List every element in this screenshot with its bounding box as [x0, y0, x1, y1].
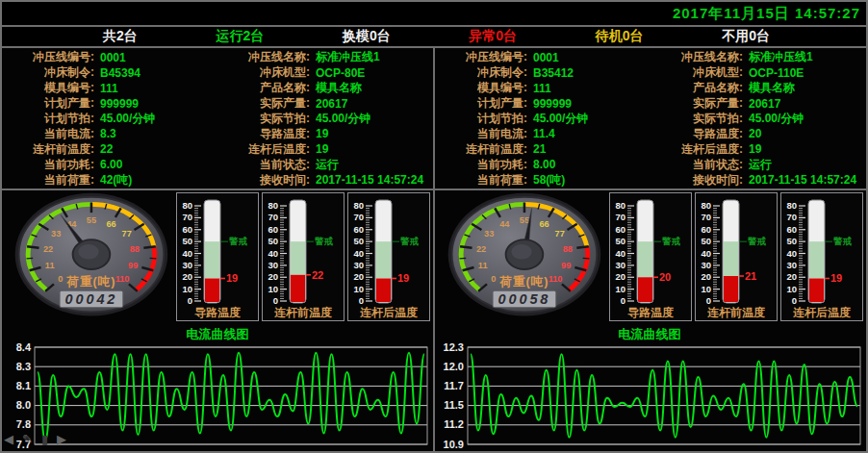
- svg-text:110: 110: [549, 274, 563, 284]
- info-label: 当前功耗:: [6, 157, 94, 173]
- svg-text:99: 99: [128, 261, 138, 270]
- thermo-label: 导路温度: [627, 306, 674, 319]
- svg-text:60: 60: [786, 224, 797, 235]
- info-value: 2017-11-15 14:57:24: [310, 173, 433, 187]
- svg-text:10: 10: [615, 284, 625, 294]
- status-tab-2[interactable]: 换模0台: [343, 28, 391, 45]
- status-tab-4[interactable]: 待机0台: [596, 28, 644, 45]
- press-line-2-gauges: 0112233445566778899110荷重(吨)0005801020304…: [433, 190, 864, 326]
- svg-text:50: 50: [182, 236, 192, 246]
- svg-text:0: 0: [188, 295, 192, 306]
- svg-text:22: 22: [476, 244, 486, 254]
- svg-text:50: 50: [353, 236, 364, 246]
- info-value: 20617: [743, 97, 864, 111]
- load-gauge: 0112233445566778899110荷重(吨)00042: [6, 190, 173, 326]
- pencil-icon[interactable]: ✎: [22, 433, 33, 445]
- info-label: 冲压线编号:: [6, 49, 94, 65]
- svg-text:20: 20: [182, 271, 192, 282]
- info-label: 实际节拍:: [204, 111, 310, 127]
- svg-text:40: 40: [182, 248, 192, 259]
- status-tab-1[interactable]: 运行2台: [216, 28, 264, 45]
- info-label: 模具编号:: [6, 80, 94, 96]
- svg-text:荷重(吨): 荷重(吨): [499, 275, 549, 289]
- info-label: 计划节拍:: [6, 111, 94, 127]
- press-line-1-chart: 电流曲线图 8.48.38.18.07.87.7: [2, 326, 433, 453]
- svg-text:55: 55: [87, 215, 96, 225]
- press-line-1-gauges: 0112233445566778899110荷重(吨)0004201020304…: [2, 190, 433, 326]
- press-line-2-info: 冲压线编号:0001冲压线名称:标准冲压线1冲床制令:B35412冲床机型:OC…: [433, 48, 864, 189]
- gauge-odometer: 00042: [65, 291, 118, 307]
- current-curve-chart-2: 12.312.011.711.511.210.9: [435, 342, 864, 453]
- gauges-section: 0112233445566778899110荷重(吨)0004201020304…: [2, 190, 866, 326]
- status-tab-5[interactable]: 不用0台: [722, 28, 770, 45]
- svg-text:8.1: 8.1: [16, 380, 31, 391]
- info-value: 0001: [527, 51, 637, 64]
- info-value: 标准冲压线1: [310, 49, 433, 65]
- svg-text:0: 0: [58, 274, 63, 284]
- status-tab-3[interactable]: 异常0台: [469, 28, 517, 45]
- chart-title: 电流曲线图: [435, 326, 864, 342]
- press-line-2-chart: 电流曲线图 12.312.011.711.511.210.9: [433, 326, 864, 453]
- svg-text:60: 60: [701, 224, 711, 235]
- info-value: 999999: [94, 97, 204, 111]
- svg-text:110: 110: [115, 274, 130, 284]
- svg-text:80: 80: [182, 200, 192, 211]
- svg-text:99: 99: [561, 261, 571, 270]
- gauge-odometer: 00058: [498, 291, 551, 307]
- svg-text:11.7: 11.7: [444, 380, 464, 391]
- info-value: 45.00/分钟: [743, 111, 864, 127]
- svg-text:33: 33: [51, 229, 61, 239]
- svg-text:55: 55: [520, 215, 529, 225]
- svg-text:20: 20: [268, 271, 278, 282]
- svg-text:20: 20: [615, 271, 625, 282]
- svg-text:60: 60: [615, 224, 625, 235]
- press-line-1-info: 冲压线编号:0001冲压线名称:标准冲压线1冲床制令:B45394冲床机型:OC…: [2, 48, 433, 189]
- info-value: B45394: [94, 66, 204, 80]
- svg-text:70: 70: [615, 212, 625, 222]
- svg-text:88: 88: [130, 244, 140, 254]
- thermo-label: 导路温度: [194, 306, 241, 319]
- svg-text:0: 0: [359, 295, 364, 306]
- info-label: 实际节拍:: [637, 111, 743, 127]
- svg-text:0: 0: [491, 274, 496, 284]
- svg-text:10.9: 10.9: [444, 439, 464, 450]
- thermometer: 01020304050607080警戒22连杆前温度: [262, 192, 345, 321]
- svg-text:70: 70: [786, 212, 797, 222]
- svg-text:10: 10: [701, 284, 711, 294]
- thermo-label: 连杆前温度: [707, 306, 765, 319]
- back-arrow-icon[interactable]: ◀: [4, 433, 13, 445]
- info-label: 当前电流:: [6, 126, 94, 142]
- info-grid-line2: 冲压线编号:0001冲压线名称:标准冲压线1冲床制令:B35412冲床机型:OC…: [435, 48, 864, 188]
- info-label: 冲压线名称:: [204, 49, 310, 65]
- info-label: 冲压线编号:: [439, 49, 527, 65]
- svg-text:11.5: 11.5: [444, 399, 464, 411]
- info-value: 21: [527, 142, 637, 156]
- info-value: 45.00/分钟: [310, 111, 433, 127]
- status-tab-0[interactable]: 共2台: [103, 28, 138, 45]
- thermo-label: 连杆后温度: [360, 306, 418, 319]
- thermometer: 01020304050607080警戒20导路温度: [609, 192, 692, 321]
- info-value: 999999: [527, 97, 637, 111]
- info-value: 22: [94, 142, 204, 156]
- svg-text:警戒: 警戒: [228, 236, 248, 246]
- info-label: 产品名称:: [204, 80, 310, 96]
- svg-text:警戒: 警戒: [399, 236, 420, 246]
- svg-text:30: 30: [268, 260, 278, 270]
- svg-text:70: 70: [182, 212, 192, 222]
- info-value: 6.00: [94, 158, 204, 171]
- info-label: 导路温度:: [204, 126, 310, 142]
- info-value: 111: [527, 82, 637, 95]
- thermo-value: 20: [659, 271, 671, 283]
- svg-text:77: 77: [122, 229, 132, 239]
- svg-text:80: 80: [786, 200, 797, 211]
- info-value: 19: [743, 142, 864, 156]
- info-label: 连杆后温度:: [204, 141, 310, 158]
- save-icon[interactable]: ▮: [41, 433, 48, 445]
- svg-text:40: 40: [701, 248, 711, 259]
- svg-text:80: 80: [353, 200, 364, 211]
- svg-text:22: 22: [43, 244, 53, 254]
- thermo-value: 19: [830, 272, 842, 284]
- info-value: 20617: [310, 97, 433, 111]
- forward-arrow-icon[interactable]: ▶: [57, 433, 66, 445]
- info-label: 接收时间:: [637, 172, 743, 189]
